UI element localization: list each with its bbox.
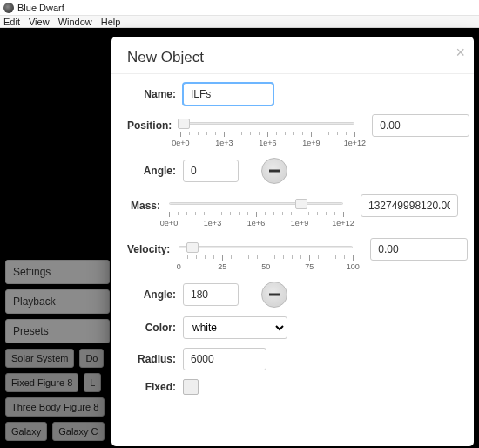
- velocity-slider[interactable]: [179, 241, 353, 254]
- scale-tick-label: 1e+12: [332, 219, 354, 227]
- close-icon[interactable]: ×: [455, 44, 465, 62]
- modal-header: New Object ×: [111, 37, 474, 74]
- position-slider-thumb[interactable]: [178, 119, 190, 129]
- scale-tick-label: 1e+12: [344, 139, 366, 147]
- scale-tick-label: 1e+9: [291, 219, 308, 227]
- scale-tick-label: 1e+3: [204, 219, 221, 227]
- menu-window[interactable]: Window: [58, 17, 92, 27]
- scale-tick-label: 1e+6: [247, 219, 265, 227]
- scale-tick-label: 25: [218, 262, 226, 271]
- label-angle2: Angle:: [127, 288, 183, 301]
- velocity-slider-thumb[interactable]: [186, 242, 199, 253]
- modal-body: Name: Position: 0e+01e+31e+61e+91e+12: [111, 74, 474, 395]
- scale-tick-label: 1e+9: [302, 139, 320, 147]
- angle2-dial[interactable]: [261, 282, 287, 308]
- angle1-input[interactable]: [183, 160, 239, 182]
- name-input[interactable]: [183, 83, 273, 105]
- label-angle1: Angle:: [127, 165, 183, 177]
- menubar: Edit View Window Help: [0, 16, 479, 28]
- radius-input[interactable]: [183, 348, 266, 370]
- app-canvas: Settings Playback Presets Solar System D…: [0, 28, 479, 448]
- scale-tick-label: 50: [261, 262, 270, 271]
- scale-tick-label: 0e+0: [172, 139, 189, 147]
- mass-slider[interactable]: [169, 198, 343, 210]
- window-title: Blue Dwarf: [17, 3, 64, 13]
- mass-value[interactable]: [361, 194, 458, 217]
- scale-tick-label: 0: [177, 262, 181, 271]
- label-fixed: Fixed:: [127, 381, 183, 393]
- scale-tick-label: 1e+3: [215, 139, 233, 147]
- label-color: Color:: [127, 322, 183, 334]
- angle2-input[interactable]: [183, 283, 239, 306]
- angle1-dial[interactable]: [261, 158, 287, 184]
- position-slider[interactable]: [180, 118, 354, 130]
- new-object-modal: New Object × Name: Position: 0e+01e+31e+…: [111, 37, 474, 446]
- menu-view[interactable]: View: [29, 17, 50, 27]
- app-icon: [3, 3, 14, 13]
- scale-tick-label: 100: [347, 262, 360, 271]
- label-mass: Mass:: [127, 194, 167, 212]
- scale-tick-label: 1e+6: [259, 139, 276, 147]
- label-position: Position:: [127, 114, 179, 132]
- scale-tick-label: 75: [305, 262, 314, 271]
- label-name: Name:: [127, 88, 183, 100]
- scale-tick-label: 0e+0: [160, 219, 178, 227]
- color-select[interactable]: white: [183, 316, 287, 339]
- modal-title: New Object: [127, 49, 458, 66]
- label-velocity: Velocity:: [127, 238, 177, 255]
- menu-help[interactable]: Help: [101, 17, 121, 27]
- window-titlebar: Blue Dwarf: [0, 0, 479, 16]
- menu-edit[interactable]: Edit: [3, 17, 20, 27]
- position-value[interactable]: [372, 114, 469, 137]
- mass-slider-thumb[interactable]: [295, 199, 307, 209]
- label-radius: Radius:: [127, 353, 183, 365]
- velocity-value[interactable]: [370, 238, 468, 261]
- fixed-checkbox[interactable]: [183, 379, 199, 395]
